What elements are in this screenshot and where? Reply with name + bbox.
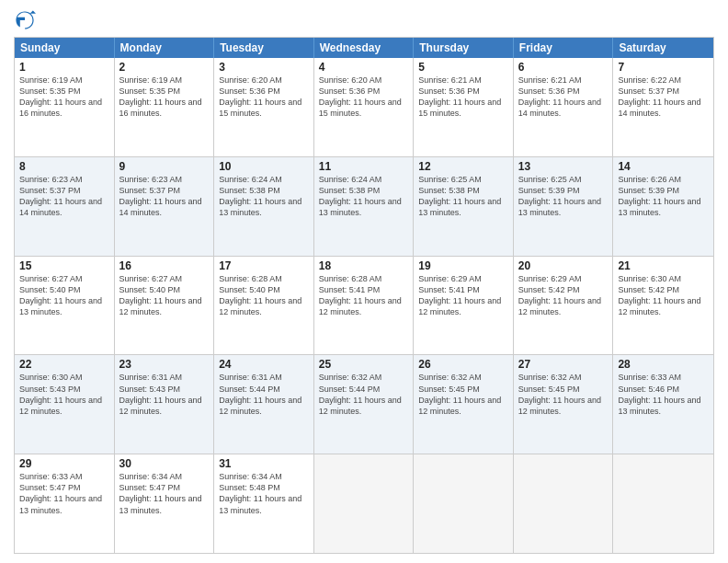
day-header-friday: Friday — [514, 38, 614, 58]
calendar-cell: 6 Sunrise: 6:21 AMSunset: 5:36 PMDayligh… — [514, 58, 614, 156]
cell-info: Sunrise: 6:28 AMSunset: 5:40 PMDaylight:… — [219, 273, 309, 318]
calendar-cell: 19 Sunrise: 6:29 AMSunset: 5:41 PMDaylig… — [414, 257, 514, 355]
calendar-cell: 29 Sunrise: 6:33 AMSunset: 5:47 PMDaylig… — [15, 454, 115, 553]
cell-day: 11 — [319, 160, 409, 173]
day-headers: SundayMondayTuesdayWednesdayThursdayFrid… — [15, 38, 713, 58]
cell-day: 1 — [19, 61, 109, 74]
calendar-cell — [314, 454, 415, 553]
calendar-cell: 13 Sunrise: 6:25 AMSunset: 5:39 PMDaylig… — [514, 157, 614, 256]
cell-info: Sunrise: 6:34 AMSunset: 5:47 PMDaylight:… — [119, 471, 210, 516]
cell-info: Sunrise: 6:25 AMSunset: 5:38 PMDaylight:… — [418, 174, 508, 219]
cell-day: 19 — [418, 259, 508, 272]
calendar-row-4: 22 Sunrise: 6:30 AMSunset: 5:43 PMDaylig… — [15, 354, 713, 454]
calendar-row-2: 8 Sunrise: 6:23 AMSunset: 5:37 PMDayligh… — [15, 156, 713, 256]
cell-day: 7 — [618, 61, 709, 74]
cell-day: 6 — [518, 61, 609, 74]
calendar-cell: 31 Sunrise: 6:34 AMSunset: 5:48 PMDaylig… — [214, 454, 314, 553]
calendar-cell: 12 Sunrise: 6:25 AMSunset: 5:38 PMDaylig… — [414, 157, 514, 256]
cell-info: Sunrise: 6:20 AMSunset: 5:36 PMDaylight:… — [219, 75, 309, 120]
cell-day: 25 — [319, 358, 409, 371]
calendar-cell: 21 Sunrise: 6:30 AMSunset: 5:42 PMDaylig… — [613, 257, 713, 355]
cell-day: 8 — [19, 160, 109, 173]
calendar-cell: 18 Sunrise: 6:28 AMSunset: 5:41 PMDaylig… — [314, 257, 415, 355]
cell-day: 13 — [518, 160, 609, 173]
calendar-cell: 8 Sunrise: 6:23 AMSunset: 5:37 PMDayligh… — [15, 157, 115, 256]
cell-info: Sunrise: 6:24 AMSunset: 5:38 PMDaylight:… — [219, 174, 309, 219]
cell-info: Sunrise: 6:20 AMSunset: 5:36 PMDaylight:… — [319, 75, 409, 120]
day-header-thursday: Thursday — [414, 38, 514, 58]
cell-info: Sunrise: 6:24 AMSunset: 5:38 PMDaylight:… — [319, 174, 409, 219]
cell-info: Sunrise: 6:25 AMSunset: 5:39 PMDaylight:… — [518, 174, 609, 219]
cell-info: Sunrise: 6:23 AMSunset: 5:37 PMDaylight:… — [19, 174, 109, 219]
calendar-cell — [613, 454, 713, 553]
cell-info: Sunrise: 6:27 AMSunset: 5:40 PMDaylight:… — [119, 273, 210, 318]
cell-day: 22 — [19, 358, 109, 371]
calendar-cell: 4 Sunrise: 6:20 AMSunset: 5:36 PMDayligh… — [314, 58, 415, 156]
cell-day: 9 — [119, 160, 210, 173]
svg-marker-0 — [30, 11, 36, 14]
day-header-wednesday: Wednesday — [314, 38, 415, 58]
calendar-row-1: 1 Sunrise: 6:19 AMSunset: 5:35 PMDayligh… — [15, 58, 713, 156]
calendar-cell: 28 Sunrise: 6:33 AMSunset: 5:46 PMDaylig… — [613, 355, 713, 454]
cell-info: Sunrise: 6:21 AMSunset: 5:36 PMDaylight:… — [418, 75, 508, 120]
day-header-tuesday: Tuesday — [214, 38, 314, 58]
cell-day: 2 — [119, 61, 210, 74]
calendar-cell: 5 Sunrise: 6:21 AMSunset: 5:36 PMDayligh… — [414, 58, 514, 156]
cell-info: Sunrise: 6:29 AMSunset: 5:42 PMDaylight:… — [518, 273, 609, 318]
calendar-cell: 10 Sunrise: 6:24 AMSunset: 5:38 PMDaylig… — [214, 157, 314, 256]
calendar-cell: 27 Sunrise: 6:32 AMSunset: 5:45 PMDaylig… — [514, 355, 614, 454]
cell-day: 17 — [219, 259, 309, 272]
calendar-cell: 17 Sunrise: 6:28 AMSunset: 5:40 PMDaylig… — [214, 257, 314, 355]
calendar-cell — [514, 454, 614, 553]
cell-day: 21 — [618, 259, 709, 272]
cell-info: Sunrise: 6:31 AMSunset: 5:43 PMDaylight:… — [119, 372, 210, 417]
calendar-cell: 16 Sunrise: 6:27 AMSunset: 5:40 PMDaylig… — [115, 257, 215, 355]
cell-info: Sunrise: 6:21 AMSunset: 5:36 PMDaylight:… — [518, 75, 609, 120]
calendar-cell — [414, 454, 514, 553]
cell-info: Sunrise: 6:32 AMSunset: 5:45 PMDaylight:… — [518, 372, 609, 417]
cell-info: Sunrise: 6:19 AMSunset: 5:35 PMDaylight:… — [19, 75, 109, 120]
cell-day: 18 — [319, 259, 409, 272]
cell-info: Sunrise: 6:23 AMSunset: 5:37 PMDaylight:… — [119, 174, 210, 219]
logo — [14, 9, 40, 31]
cell-info: Sunrise: 6:30 AMSunset: 5:43 PMDaylight:… — [19, 372, 109, 417]
cell-info: Sunrise: 6:32 AMSunset: 5:45 PMDaylight:… — [418, 372, 508, 417]
page: SundayMondayTuesdayWednesdayThursdayFrid… — [0, 0, 728, 563]
cell-day: 15 — [19, 259, 109, 272]
cell-day: 24 — [219, 358, 309, 371]
cell-info: Sunrise: 6:22 AMSunset: 5:37 PMDaylight:… — [618, 75, 709, 120]
cell-day: 23 — [119, 358, 210, 371]
cell-day: 14 — [618, 160, 709, 173]
calendar-cell: 7 Sunrise: 6:22 AMSunset: 5:37 PMDayligh… — [613, 58, 713, 156]
cell-info: Sunrise: 6:28 AMSunset: 5:41 PMDaylight:… — [319, 273, 409, 318]
day-header-saturday: Saturday — [613, 38, 713, 58]
cell-day: 4 — [319, 61, 409, 74]
calendar-cell: 9 Sunrise: 6:23 AMSunset: 5:37 PMDayligh… — [115, 157, 215, 256]
cell-info: Sunrise: 6:26 AMSunset: 5:39 PMDaylight:… — [618, 174, 709, 219]
day-header-sunday: Sunday — [15, 38, 115, 58]
calendar-row-3: 15 Sunrise: 6:27 AMSunset: 5:40 PMDaylig… — [15, 256, 713, 355]
cell-day: 27 — [518, 358, 609, 371]
cell-day: 12 — [418, 160, 508, 173]
calendar-row-5: 29 Sunrise: 6:33 AMSunset: 5:47 PMDaylig… — [15, 454, 713, 553]
calendar: SundayMondayTuesdayWednesdayThursdayFrid… — [14, 37, 714, 554]
cell-day: 16 — [119, 259, 210, 272]
calendar-cell: 30 Sunrise: 6:34 AMSunset: 5:47 PMDaylig… — [115, 454, 215, 553]
calendar-cell: 23 Sunrise: 6:31 AMSunset: 5:43 PMDaylig… — [115, 355, 215, 454]
cell-info: Sunrise: 6:30 AMSunset: 5:42 PMDaylight:… — [618, 273, 709, 318]
logo-icon — [14, 9, 36, 31]
cell-info: Sunrise: 6:33 AMSunset: 5:47 PMDaylight:… — [19, 471, 109, 516]
cell-day: 30 — [119, 457, 210, 470]
cell-info: Sunrise: 6:29 AMSunset: 5:41 PMDaylight:… — [418, 273, 508, 318]
calendar-cell: 25 Sunrise: 6:32 AMSunset: 5:44 PMDaylig… — [314, 355, 415, 454]
cell-day: 3 — [219, 61, 309, 74]
calendar-cell: 2 Sunrise: 6:19 AMSunset: 5:35 PMDayligh… — [115, 58, 215, 156]
cell-day: 10 — [219, 160, 309, 173]
cell-info: Sunrise: 6:33 AMSunset: 5:46 PMDaylight:… — [618, 372, 709, 417]
calendar-cell: 26 Sunrise: 6:32 AMSunset: 5:45 PMDaylig… — [414, 355, 514, 454]
day-header-monday: Monday — [115, 38, 215, 58]
header — [14, 9, 714, 31]
cell-info: Sunrise: 6:32 AMSunset: 5:44 PMDaylight:… — [319, 372, 409, 417]
calendar-cell: 1 Sunrise: 6:19 AMSunset: 5:35 PMDayligh… — [15, 58, 115, 156]
cell-info: Sunrise: 6:27 AMSunset: 5:40 PMDaylight:… — [19, 273, 109, 318]
